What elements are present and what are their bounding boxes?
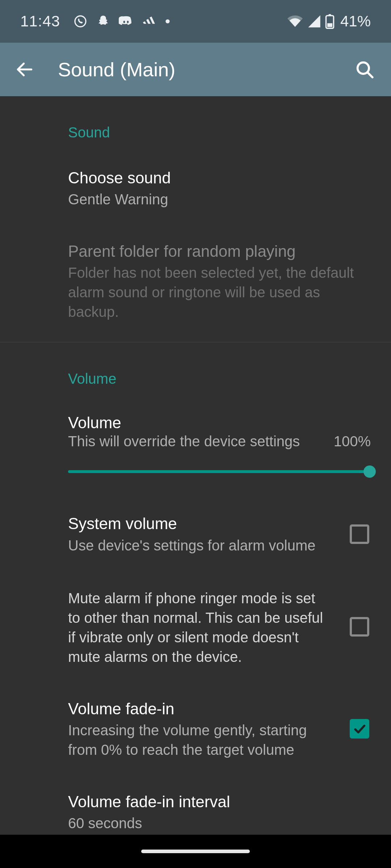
battery-percent: 41%	[340, 13, 371, 30]
checkbox[interactable]	[350, 617, 369, 637]
arrow-left-icon	[14, 59, 35, 80]
svg-point-1	[166, 19, 170, 23]
battery-icon	[325, 14, 335, 29]
slider-thumb[interactable]	[363, 465, 376, 478]
notification-dot-icon	[165, 19, 170, 24]
pref-parent-folder[interactable]: Parent folder for random playing Folder …	[0, 225, 391, 337]
settings-list[interactable]: Sound Choose sound Gentle Warning Parent…	[0, 96, 391, 868]
app-bar: Sound (Main)	[0, 43, 391, 96]
check-icon	[352, 722, 367, 736]
pref-title: System volume	[68, 513, 331, 534]
pref-title: Volume fade-in	[68, 698, 331, 719]
cell-signal-icon	[307, 14, 321, 29]
volume-percent: 100%	[334, 433, 371, 450]
volume-slider[interactable]	[68, 467, 371, 476]
pref-summary: Mute alarm if phone ringer mode is set t…	[68, 588, 331, 667]
checkbox[interactable]	[350, 719, 369, 739]
svg-rect-4	[327, 23, 332, 27]
slider-track	[68, 470, 371, 473]
pref-summary: 60 seconds	[68, 813, 362, 833]
pref-summary: This will override the device settings	[68, 433, 334, 450]
pref-volume-fade-in[interactable]: Volume fade-in Increasing the volume gen…	[0, 682, 391, 775]
svg-rect-3	[328, 14, 331, 16]
navigation-bar	[0, 835, 391, 868]
pref-summary: Use device's settings for alarm volume	[68, 536, 331, 555]
page-title: Sound (Main)	[58, 58, 348, 81]
pref-mute-on-ringer-mode[interactable]: Mute alarm if phone ringer mode is set t…	[0, 571, 391, 682]
section-header-volume: Volume	[0, 342, 391, 398]
status-time: 11:43	[20, 13, 60, 30]
search-icon	[354, 59, 375, 80]
section-header-sound: Sound	[0, 96, 391, 152]
whatsapp-icon	[73, 14, 88, 29]
pref-system-volume[interactable]: System volume Use device's settings for …	[0, 497, 391, 571]
pref-summary: Gentle Warning	[68, 190, 362, 209]
adidas-icon	[142, 14, 156, 29]
pref-title: Choose sound	[68, 167, 362, 188]
gesture-handle[interactable]	[141, 850, 250, 853]
pref-title: Volume fade-in interval	[68, 791, 362, 812]
back-button[interactable]	[10, 55, 39, 84]
svg-line-7	[367, 72, 373, 77]
wifi-icon	[287, 14, 303, 29]
snapchat-icon	[96, 14, 110, 28]
pref-title: Volume	[68, 414, 371, 432]
checkbox[interactable]	[350, 524, 369, 544]
discord-icon	[119, 14, 133, 29]
pref-summary: Folder has not been selected yet, the de…	[68, 263, 362, 322]
pref-volume[interactable]: Volume This will override the device set…	[0, 398, 391, 497]
svg-point-0	[75, 16, 86, 27]
pref-summary: Increasing the volume gently, starting f…	[68, 720, 331, 760]
status-bar: 11:43	[0, 0, 391, 43]
search-button[interactable]	[348, 53, 381, 86]
pref-title: Parent folder for random playing	[68, 241, 362, 261]
pref-choose-sound[interactable]: Choose sound Gentle Warning	[0, 152, 391, 225]
